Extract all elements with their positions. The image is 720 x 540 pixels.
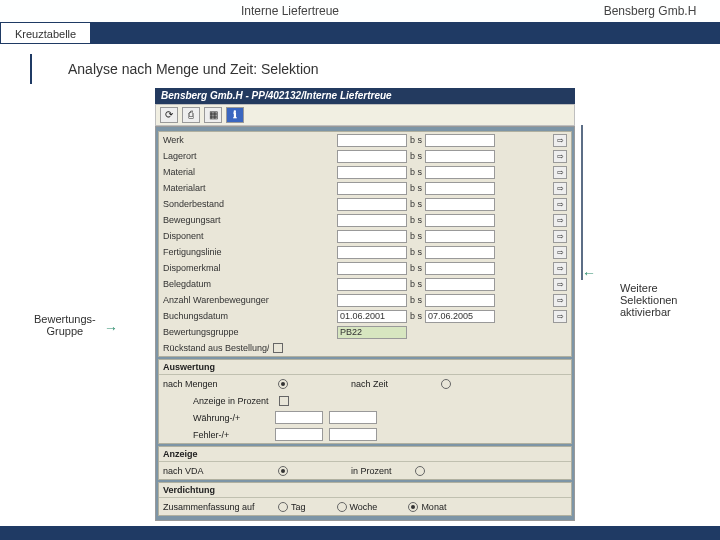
sel-label: Bewertungsgruppe xyxy=(159,327,269,337)
page-title: Interne Liefertreue xyxy=(0,0,580,22)
sel-to[interactable]: 07.06.2005 xyxy=(425,310,495,323)
checkbox[interactable] xyxy=(273,343,283,353)
annotation-left: Bewertungs-Gruppe xyxy=(34,313,96,337)
display-panel: Anzeige nach VDAin Prozent xyxy=(158,446,572,480)
sel-label: Disponent xyxy=(159,231,269,241)
sel-from[interactable] xyxy=(337,182,407,195)
input[interactable] xyxy=(275,428,323,441)
checkbox[interactable] xyxy=(279,396,289,406)
toolbar-btn-print[interactable]: ⎙ xyxy=(182,107,200,123)
sel-mid: b s xyxy=(407,215,425,225)
toolbar-btn-info[interactable]: ℹ xyxy=(226,107,244,123)
opt-label: nach Zeit xyxy=(351,379,388,389)
multi-select-icon[interactable]: ⇨ xyxy=(553,182,567,195)
sel-from[interactable] xyxy=(337,262,407,275)
sel-to[interactable] xyxy=(425,294,495,307)
sel-from[interactable] xyxy=(337,166,407,179)
tab-kreuztabelle[interactable]: Kreuztabelle xyxy=(0,22,91,44)
radio[interactable] xyxy=(415,466,425,476)
sel-mid: b s xyxy=(407,167,425,177)
multi-select-icon[interactable]: ⇨ xyxy=(553,294,567,307)
sel-mid: b s xyxy=(407,279,425,289)
input[interactable] xyxy=(329,428,377,441)
input[interactable] xyxy=(275,411,323,424)
multi-select-icon[interactable]: ⇨ xyxy=(553,278,567,291)
multi-select-icon[interactable]: ⇨ xyxy=(553,310,567,323)
sel-to[interactable] xyxy=(425,214,495,227)
sel-to[interactable] xyxy=(425,134,495,147)
row-label: nach VDA xyxy=(163,466,275,476)
sel-from[interactable] xyxy=(337,278,407,291)
row-label: Währung-/+ xyxy=(163,413,275,423)
sel-label: Belegdatum xyxy=(159,279,269,289)
arrow-right-icon: → xyxy=(104,320,118,336)
sel-to[interactable] xyxy=(425,166,495,179)
sel-from[interactable] xyxy=(337,150,407,163)
multi-select-icon[interactable]: ⇨ xyxy=(553,198,567,211)
opt-label: Tag xyxy=(291,502,306,512)
sel-label: Lagerort xyxy=(159,151,269,161)
sel-label: Rückstand aus Bestellung/LP xyxy=(159,343,269,353)
sel-mid: b s xyxy=(407,263,425,273)
sel-to[interactable] xyxy=(425,230,495,243)
sel-label: Werk xyxy=(159,135,269,145)
toolbar-btn-execute[interactable]: ⟳ xyxy=(160,107,178,123)
sel-to[interactable] xyxy=(425,278,495,291)
selection-panel: Werkb s⇨ Lagerortb s⇨ Materialb s⇨ Mater… xyxy=(158,131,572,357)
row-label: nach Mengen xyxy=(163,379,275,389)
compact-panel: Verdichtung Zusammenfassung auf Tag Woch… xyxy=(158,482,572,516)
radio[interactable] xyxy=(278,466,288,476)
sel-mid: b s xyxy=(407,151,425,161)
radio[interactable] xyxy=(441,379,451,389)
row-label: Anzeige in Prozent xyxy=(163,396,275,406)
input[interactable] xyxy=(329,411,377,424)
multi-select-icon[interactable]: ⇨ xyxy=(553,214,567,227)
multi-select-icon[interactable]: ⇨ xyxy=(553,230,567,243)
sel-from[interactable]: 01.06.2001 xyxy=(337,310,407,323)
row-label: Fehler-/+ xyxy=(163,430,275,440)
sel-mid: b s xyxy=(407,247,425,257)
sel-mid: b s xyxy=(407,311,425,321)
multi-select-icon[interactable]: ⇨ xyxy=(553,134,567,147)
sel-label: Sonderbestand xyxy=(159,199,269,209)
bracket-line xyxy=(581,125,583,280)
sel-label: Dispomerkmal xyxy=(159,263,269,273)
opt-label: Woche xyxy=(350,502,378,512)
sel-mid: b s xyxy=(407,135,425,145)
multi-select-icon[interactable]: ⇨ xyxy=(553,150,567,163)
sel-label: Buchungsdatum xyxy=(159,311,269,321)
multi-select-icon[interactable]: ⇨ xyxy=(553,262,567,275)
group-title: Anzeige xyxy=(159,447,571,462)
section-heading: Analyse nach Menge und Zeit: Selektion xyxy=(30,54,720,84)
sel-from[interactable] xyxy=(337,230,407,243)
sel-label: Materialart xyxy=(159,183,269,193)
sel-from[interactable] xyxy=(337,246,407,259)
sel-to[interactable] xyxy=(425,182,495,195)
multi-select-icon[interactable]: ⇨ xyxy=(553,246,567,259)
eval-panel: Auswertung nach Mengennach Zeit Anzeige … xyxy=(158,359,572,444)
sel-mid: b s xyxy=(407,199,425,209)
sel-from[interactable] xyxy=(337,214,407,227)
radio[interactable] xyxy=(337,502,347,512)
sel-label: Anzahl Warenbewegungen xyxy=(159,295,269,305)
sel-from[interactable] xyxy=(337,294,407,307)
sel-to[interactable] xyxy=(425,262,495,275)
sel-from[interactable] xyxy=(337,134,407,147)
sel-from[interactable]: PB22 xyxy=(337,326,407,339)
annotation-right: WeitereSelektionenaktivierbar xyxy=(620,282,678,318)
sap-window: Bensberg Gmb.H - PP/402132/Interne Liefe… xyxy=(155,88,575,521)
sel-to[interactable] xyxy=(425,150,495,163)
brand-label: Bensberg Gmb.H xyxy=(580,0,720,22)
sel-to[interactable] xyxy=(425,198,495,211)
multi-select-icon[interactable]: ⇨ xyxy=(553,166,567,179)
sap-title: Bensberg Gmb.H - PP/402132/Interne Liefe… xyxy=(155,88,575,104)
radio[interactable] xyxy=(278,379,288,389)
sel-from[interactable] xyxy=(337,198,407,211)
sel-label: Fertigungslinie xyxy=(159,247,269,257)
radio[interactable] xyxy=(278,502,288,512)
toolbar-btn-grid[interactable]: ▦ xyxy=(204,107,222,123)
tab-row: Kreuztabelle xyxy=(0,22,720,44)
sel-label: Material xyxy=(159,167,269,177)
sel-to[interactable] xyxy=(425,246,495,259)
radio[interactable] xyxy=(408,502,418,512)
